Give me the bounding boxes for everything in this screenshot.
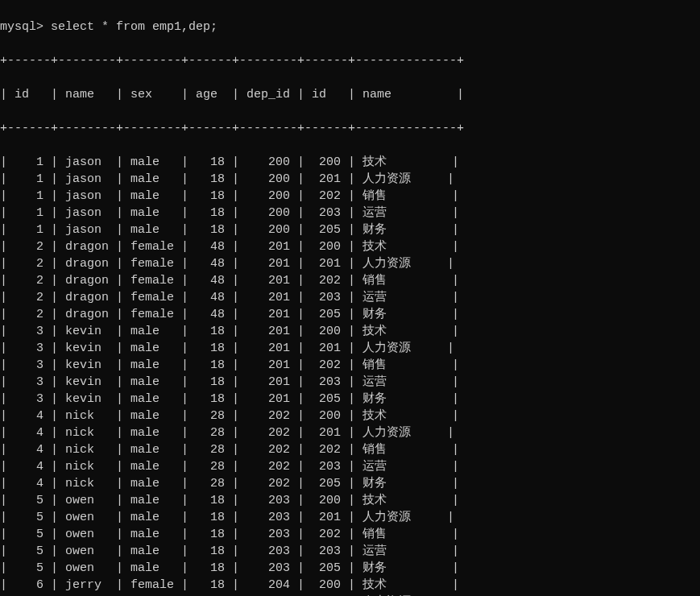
table-row: | 2 | dragon | female | 48 | 201 | 205 |…	[0, 306, 700, 323]
table-row: | 5 | owen | male | 18 | 203 | 201 | 人力资…	[0, 509, 700, 526]
table-border-mid: +------+--------+--------+------+-------…	[0, 120, 700, 137]
table-row: | 1 | jason | male | 18 | 200 | 202 | 销售…	[0, 188, 700, 205]
sql-prompt: mysql> select * from emp1,dep;	[0, 19, 700, 35]
table-row: | 4 | nick | male | 28 | 202 | 201 | 人力资…	[0, 424, 700, 441]
table-body: | 1 | jason | male | 18 | 200 | 200 | 技术…	[0, 154, 700, 596]
table-row: | 4 | nick | male | 28 | 202 | 200 | 技术 …	[0, 408, 700, 424]
table-row: | 5 | owen | male | 18 | 203 | 203 | 运营 …	[0, 543, 700, 560]
table-row: | 2 | dragon | female | 48 | 201 | 201 |…	[0, 255, 700, 272]
table-row: | 4 | nick | male | 28 | 202 | 203 | 运营 …	[0, 458, 700, 475]
table-row: | 6 | jerry | female | 18 | 204 | 200 | …	[0, 577, 700, 594]
table-row: | 1 | jason | male | 18 | 200 | 205 | 财务…	[0, 221, 700, 238]
table-row: | 2 | dragon | female | 48 | 201 | 202 |…	[0, 272, 700, 289]
table-header-row: | id | name | sex | age | dep_id | id | …	[0, 86, 700, 103]
table-row: | 3 | kevin | male | 18 | 201 | 201 | 人力…	[0, 340, 700, 357]
table-row: | 3 | kevin | male | 18 | 201 | 205 | 财务…	[0, 391, 700, 408]
table-border-top: +------+--------+--------+------+-------…	[0, 52, 700, 69]
table-row: | 3 | kevin | male | 18 | 201 | 200 | 技术…	[0, 323, 700, 340]
table-row: | 1 | jason | male | 18 | 200 | 201 | 人力…	[0, 171, 700, 188]
terminal-output: mysql> select * from emp1,dep; +------+-…	[0, 2, 700, 596]
table-row: | 4 | nick | male | 28 | 202 | 202 | 销售 …	[0, 441, 700, 458]
table-row: | 1 | jason | male | 18 | 200 | 200 | 技术…	[0, 154, 700, 171]
table-row: | 4 | nick | male | 28 | 202 | 205 | 财务 …	[0, 475, 700, 492]
table-row: | 3 | kevin | male | 18 | 201 | 202 | 销售…	[0, 357, 700, 374]
table-row: | 2 | dragon | female | 48 | 201 | 200 |…	[0, 238, 700, 255]
table-row: | 1 | jason | male | 18 | 200 | 203 | 运营…	[0, 205, 700, 221]
table-row: | 3 | kevin | male | 18 | 201 | 203 | 运营…	[0, 374, 700, 391]
table-row: | 5 | owen | male | 18 | 203 | 200 | 技术 …	[0, 492, 700, 509]
table-row: | 5 | owen | male | 18 | 203 | 202 | 销售 …	[0, 526, 700, 543]
table-row: | 5 | owen | male | 18 | 203 | 205 | 财务 …	[0, 560, 700, 577]
table-row: | 2 | dragon | female | 48 | 201 | 203 |…	[0, 289, 700, 306]
